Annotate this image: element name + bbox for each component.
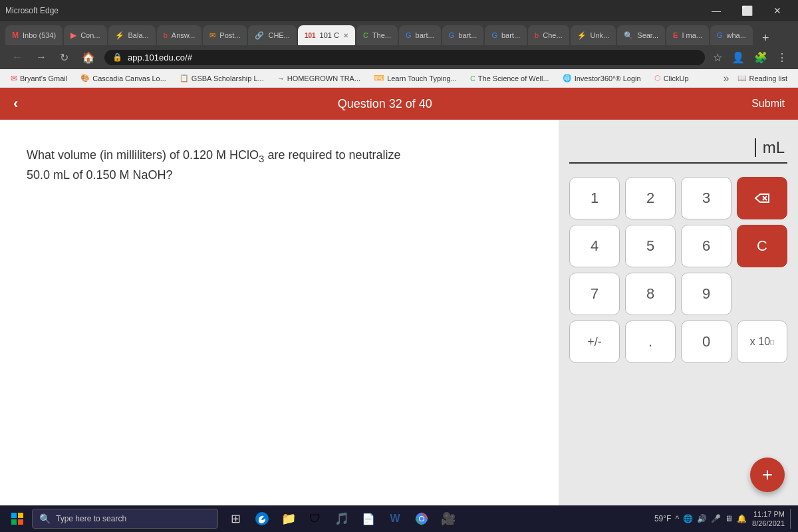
taskbar-app-icons: ⊞ 📁 🛡 🎵 📄 W 🎥 [223, 507, 460, 531]
home-button[interactable]: 🏠 [78, 49, 99, 66]
taskbar-spotify[interactable]: 🎵 [330, 507, 354, 531]
calc-button-6[interactable]: 6 [681, 225, 732, 267]
bookmark-gmail[interactable]: ✉ Bryant's Gmail [5, 72, 72, 84]
bookmark-gsba[interactable]: 📋 GSBA Scholarship L... [174, 72, 269, 84]
address-field[interactable]: 🔒 app.101edu.co/# [104, 50, 705, 65]
taskbar-shield[interactable]: 🛡 [303, 507, 327, 531]
back-button[interactable]: ← [8, 49, 27, 66]
tab-bart2[interactable]: G bart... [442, 25, 484, 45]
tab-label: Che... [543, 31, 562, 39]
back-question-button[interactable]: ‹ [13, 95, 18, 112]
taskbar-edge[interactable] [250, 507, 274, 531]
tab-unk[interactable]: ⚡ Unk... [571, 25, 616, 45]
calc-button-2[interactable]: 2 [625, 177, 676, 219]
bookmark-favicon: ✉ [11, 74, 17, 83]
bookmark-favicon: 📋 [180, 74, 189, 82]
close-button[interactable]: ✕ [762, 0, 793, 21]
tab-label: Answ... [172, 31, 195, 39]
calc-button-4[interactable]: 4 [569, 225, 620, 267]
bookmark-cascadia[interactable]: 🎨 Cascadia Canvas Lo... [75, 72, 172, 84]
tab-che[interactable]: 🔗 CHE... [248, 25, 296, 45]
bookmark-label: The Science of Well... [478, 74, 549, 82]
calc-button-7[interactable]: 7 [569, 273, 620, 315]
start-button[interactable] [5, 507, 29, 531]
calc-display: mL [569, 133, 787, 164]
new-tab-button[interactable]: + [757, 31, 775, 45]
bookmark-label: Cascadia Canvas Lo... [92, 74, 166, 82]
calc-button-1[interactable]: 1 [569, 177, 620, 219]
reading-list-button[interactable]: 📖 Reading list [732, 72, 793, 84]
tab-answ[interactable]: b Answ... [157, 25, 202, 45]
taskbar-camera[interactable]: 🎥 [436, 507, 460, 531]
mic-icon: 🎤 [711, 514, 721, 523]
bookmark-label: Investor360°® Login [575, 74, 641, 82]
tab-label: Con... [80, 31, 100, 39]
question-text: What volume (in milliliters) of 0.120 M … [27, 146, 532, 184]
tab-101c[interactable]: 101 101 C ✕ [298, 25, 355, 45]
taskbar-systray: 59°F ^ 🌐 🔊 🎤 🖥 🔔 [654, 514, 747, 523]
calc-button-clear[interactable]: C [737, 225, 787, 267]
search-placeholder: Type here to search [56, 514, 126, 523]
tab-close-icon[interactable]: ✕ [343, 32, 348, 39]
tab-favicon: ⚡ [115, 31, 124, 40]
tab-favicon: b [535, 31, 539, 39]
tab-inbox[interactable]: M Inbo (534) [5, 25, 63, 45]
tab-the[interactable]: C The... [356, 25, 398, 45]
calc-button-5[interactable]: 5 [625, 225, 676, 267]
favorites-button[interactable]: ☆ [710, 49, 725, 66]
bookmark-investor[interactable]: 🌐 Investor360°® Login [557, 72, 646, 84]
taskbar-search[interactable]: 🔍 Type here to search [32, 509, 218, 529]
bookmark-typing[interactable]: ⌨ Learn Touch Typing... [368, 72, 462, 84]
browser-chrome: Microsoft Edge — ⬜ ✕ M Inbo (534) ▶ Con.… [0, 0, 798, 88]
tab-wha[interactable]: G wha... [710, 25, 753, 45]
clock-date: 8/26/2021 [752, 519, 785, 528]
app-container: ‹ Question 32 of 40 Submit What volume (… [0, 88, 798, 505]
tab-bart1[interactable]: G bart... [399, 25, 441, 45]
calc-button-x10[interactable]: x 10□ [737, 321, 787, 363]
calc-button-8[interactable]: 8 [625, 273, 676, 315]
calc-button-0[interactable]: 0 [681, 321, 732, 363]
fab-button[interactable]: + [750, 458, 785, 492]
tab-post[interactable]: ✉ Post... [203, 25, 247, 45]
taskbar: 🔍 Type here to search ⊞ 📁 🛡 🎵 📄 W 🎥 [0, 505, 798, 532]
address-text: app.101edu.co/# [128, 53, 192, 63]
question-text-area: What volume (in milliliters) of 0.120 M … [0, 120, 559, 505]
calc-button-9[interactable]: 9 [681, 273, 732, 315]
calc-button-3[interactable]: 3 [681, 177, 732, 219]
tab-sear[interactable]: 🔍 Sear... [617, 25, 665, 45]
extensions-button[interactable]: 🧩 [751, 49, 770, 66]
tab-favicon: b [164, 31, 168, 39]
refresh-button[interactable]: ↻ [56, 49, 72, 66]
bookmark-label: Bryant's Gmail [20, 74, 67, 82]
search-icon: 🔍 [39, 513, 51, 524]
taskbar-word[interactable]: W [383, 507, 407, 531]
taskbar-taskview[interactable]: ⊞ [223, 507, 247, 531]
bookmark-clickup[interactable]: ⬡ ClickUp [649, 72, 694, 84]
tab-favicon: 🔗 [255, 31, 264, 40]
show-desktop-button[interactable] [790, 509, 793, 529]
calc-button-decimal[interactable]: . [625, 321, 676, 363]
bookmark-science[interactable]: C The Science of Well... [465, 73, 555, 84]
forward-button[interactable]: → [32, 49, 51, 66]
tab-bala[interactable]: ⚡ Bala... [108, 25, 156, 45]
bookmark-favicon: 🎨 [80, 74, 90, 82]
tab-favicon: ▶ [70, 31, 76, 40]
taskbar-office[interactable]: 📄 [356, 507, 380, 531]
profile-button[interactable]: 👤 [729, 49, 747, 66]
calc-button-backspace[interactable] [737, 177, 787, 219]
minimize-button[interactable]: — [701, 0, 732, 21]
calc-button-plusminus[interactable]: +/- [569, 321, 620, 363]
tab-con[interactable]: ▶ Con... [64, 25, 106, 45]
question-content: What volume (in milliliters) of 0.120 M … [0, 120, 798, 505]
maximize-button[interactable]: ⬜ [732, 0, 762, 21]
submit-button[interactable]: Submit [751, 98, 785, 110]
tab-che2[interactable]: b Che... [528, 25, 569, 45]
tab-ima[interactable]: E I ma... [666, 25, 709, 45]
bookmark-homegrown[interactable]: → HOMEGROWN TRA... [272, 73, 366, 84]
taskbar-file-explorer[interactable]: 📁 [277, 507, 301, 531]
menu-button[interactable]: ⋮ [774, 49, 790, 66]
tab-label: CHE... [268, 31, 289, 39]
tab-label: The... [372, 31, 391, 39]
tab-bart3[interactable]: G bart... [485, 25, 527, 45]
taskbar-chrome[interactable] [410, 507, 434, 531]
